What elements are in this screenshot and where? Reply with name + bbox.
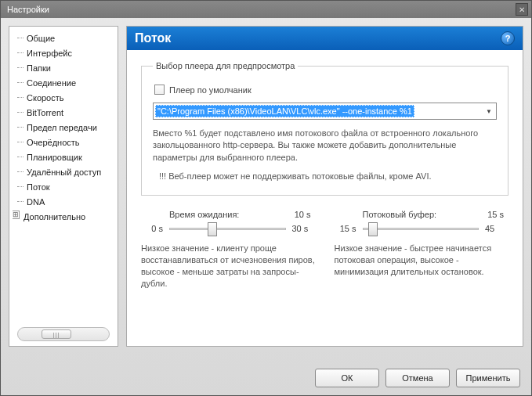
buffer-slider-min: 15 s bbox=[335, 224, 356, 233]
wait-slider-title: Время ожидания: bbox=[169, 210, 239, 219]
sidebar-item-bandwidth[interactable]: Скорость bbox=[13, 91, 114, 106]
wait-slider-col: Время ожидания: 10 s 0 s 30 s Низкое зна… bbox=[141, 210, 316, 289]
buffer-slider-thumb[interactable] bbox=[368, 222, 378, 236]
wait-slider-min: 0 s bbox=[141, 224, 163, 233]
ok-button[interactable]: ОК bbox=[315, 369, 379, 387]
buffer-slider-header: Потоковый буфер: 15 s bbox=[335, 210, 509, 219]
sidebar-item-scheduler[interactable]: Планировщик bbox=[13, 150, 114, 165]
default-player-row[interactable]: Плеер по умолчаник bbox=[154, 85, 497, 95]
buffer-slider-track[interactable] bbox=[363, 221, 480, 236]
wait-track-line bbox=[169, 228, 286, 230]
panel-title: Поток bbox=[135, 31, 171, 45]
dialog-buttons: ОК Отмена Применить bbox=[315, 369, 520, 387]
panel-header: Поток ? bbox=[127, 27, 523, 50]
sidebar-scrollbar[interactable]: ||| bbox=[17, 327, 110, 341]
buffer-slider-max: 45 bbox=[485, 224, 508, 233]
help-icon[interactable]: ? bbox=[501, 31, 515, 45]
default-player-checkbox[interactable] bbox=[154, 85, 165, 95]
scrollbar-thumb[interactable]: ||| bbox=[42, 329, 71, 339]
sidebar-item-transfer-cap[interactable]: Предел передачи bbox=[13, 121, 114, 135]
main-panel: Поток ? Выбор плеера для предпросмотра П… bbox=[126, 26, 523, 347]
wait-slider-value: 10 s bbox=[295, 210, 311, 219]
content: Общие Интерфейс Папки Соединение Скорост… bbox=[1, 18, 531, 355]
sidebar-item-directories[interactable]: Папки bbox=[13, 61, 114, 76]
sidebar-item-advanced[interactable]: Дополнительно bbox=[13, 210, 114, 225]
wait-slider-max: 30 s bbox=[292, 224, 316, 233]
sidebar-item-bittorrent[interactable]: BitTorrent bbox=[13, 106, 114, 121]
sliders-row: Время ожидания: 10 s 0 s 30 s Низкое зна… bbox=[141, 210, 508, 289]
wait-slider-row: 0 s 30 s bbox=[141, 221, 316, 236]
sidebar: Общие Интерфейс Папки Соединение Скорост… bbox=[9, 26, 118, 347]
sidebar-item-dna[interactable]: DNA bbox=[13, 195, 114, 210]
player-path-dropdown[interactable]: "C:\Program Files (x86)\VideoLAN\VLC\vlc… bbox=[153, 103, 497, 120]
wait-slider-header: Время ожидания: 10 s bbox=[141, 210, 316, 219]
fieldset-legend: Выбор плеера для предпросмотра bbox=[153, 61, 298, 70]
wait-slider-desc: Низкое значение - клиенту проще восстана… bbox=[141, 243, 316, 289]
close-icon: ✕ bbox=[519, 5, 525, 14]
titlebar: Настройки ✕ bbox=[1, 1, 531, 18]
sidebar-item-remote[interactable]: Удалённый доступ bbox=[13, 165, 114, 180]
buffer-slider-col: Потоковый буфер: 15 s 15 s 45 Низкое зна… bbox=[335, 210, 509, 289]
player-warning: !!! Веб-плеер может не поддерживать пото… bbox=[153, 171, 497, 181]
sidebar-item-queueing[interactable]: Очерёдность bbox=[13, 135, 114, 150]
player-fieldset: Выбор плеера для предпросмотра Плеер по … bbox=[141, 61, 508, 196]
cancel-button[interactable]: Отмена bbox=[385, 369, 450, 387]
player-path-value: "C:\Program Files (x86)\VideoLAN\VLC\vlc… bbox=[155, 105, 414, 117]
sidebar-item-playback[interactable]: Поток bbox=[13, 180, 114, 195]
sidebar-item-general[interactable]: Общие bbox=[13, 31, 114, 46]
settings-window: Настройки ✕ Общие Интерфейс Папки Соедин… bbox=[0, 0, 532, 396]
category-tree: Общие Интерфейс Папки Соединение Скорост… bbox=[13, 31, 114, 324]
window-title: Настройки bbox=[7, 5, 49, 14]
chevron-down-icon: ▼ bbox=[482, 108, 496, 115]
sidebar-item-interface[interactable]: Интерфейс bbox=[13, 46, 114, 61]
buffer-slider-title: Потоковый буфер: bbox=[363, 210, 437, 219]
buffer-slider-desc: Низкое значение - быстрее начинается пот… bbox=[335, 243, 509, 278]
close-button[interactable]: ✕ bbox=[516, 3, 528, 16]
buffer-slider-value: 15 s bbox=[487, 210, 504, 219]
wait-slider-track[interactable] bbox=[169, 221, 286, 236]
wait-slider-thumb[interactable] bbox=[208, 222, 217, 236]
sidebar-item-connection[interactable]: Соединение bbox=[13, 76, 114, 91]
apply-button[interactable]: Применить bbox=[456, 369, 520, 387]
default-player-label: Плеер по умолчаник bbox=[169, 85, 252, 95]
buffer-track-line bbox=[363, 228, 480, 230]
panel-body: Выбор плеера для предпросмотра Плеер по … bbox=[127, 50, 523, 301]
player-description: Вместо %1 будет подставлено имя потоково… bbox=[153, 128, 497, 164]
buffer-slider-row: 15 s 45 bbox=[335, 221, 509, 236]
